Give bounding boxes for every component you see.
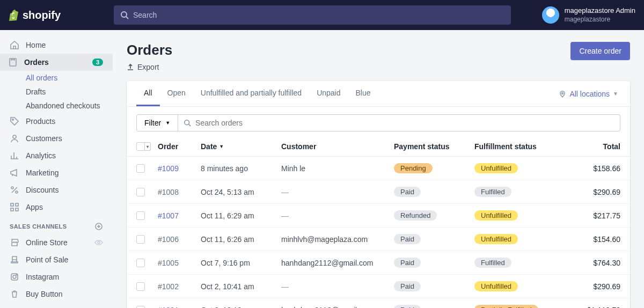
channel-online-store[interactable]: Online Store [0,234,113,251]
user-menu[interactable]: mageplazastore Admin mageplazastore [542,6,635,24]
row-checkbox[interactable] [136,306,145,309]
svg-point-21 [185,120,189,125]
select-all-dropdown[interactable]: ▾ [144,142,151,151]
table-row[interactable]: #1009 8 minutes ago Minh le Pending Unfu… [127,157,630,180]
person-icon [10,134,19,143]
order-link[interactable]: #1009 [158,164,179,173]
global-search-box[interactable] [114,5,511,25]
svg-point-0 [121,12,127,17]
nav-apps[interactable]: Apps [0,199,113,216]
channel-buy-button[interactable]: Buy Button [0,285,113,303]
tab-open[interactable]: Open [160,81,193,106]
table-row[interactable]: #1005 Oct 7, 9:16 pm hanhdang2112@gmail.… [127,251,630,275]
tab-unfulfilled[interactable]: Unfulfilled and partially fulfilled [193,81,309,106]
sidebar: Home Orders 3 All orders Drafts Abandone… [0,30,113,308]
table-header: ▾ Order Date▼ Customer Payment status Fu… [127,137,630,157]
instagram-icon [10,272,19,282]
page-title: Orders [127,42,172,58]
channel-pos[interactable]: Point of Sale [0,251,113,268]
nav-orders[interactable]: Orders 3 [0,54,113,71]
cell-customer: — [281,211,394,220]
nav-products[interactable]: Products [0,113,113,130]
filter-button[interactable]: Filter ▼ [136,114,178,131]
cell-order: #1008 [158,188,201,196]
nav-analytics[interactable]: Analytics [0,147,113,164]
nav-marketing[interactable]: Marketing [0,164,113,181]
location-pin-icon [559,90,566,98]
row-checkbox[interactable] [136,164,145,173]
col-date[interactable]: Date▼ [201,142,281,151]
tabs: All Open Unfulfilled and partially fulfi… [127,81,630,107]
channel-label: Online Store [26,238,68,247]
location-filter[interactable]: All locations ▼ [557,82,620,106]
col-order[interactable]: Order [158,142,201,151]
cell-fulfillment: Unfulfilled [474,163,576,173]
order-link[interactable]: #1007 [158,211,179,220]
nav-home[interactable]: Home [0,36,113,54]
tab-all[interactable]: All [136,81,160,106]
select-all-checkbox[interactable] [136,142,145,151]
pos-icon [10,255,19,265]
global-search [114,5,511,25]
table-row[interactable]: #1006 Oct 11, 6:26 am minhlvh@mageplaza.… [127,228,630,251]
cell-total: $154.60 [576,235,620,244]
row-checkbox[interactable] [136,235,145,244]
global-search-input[interactable] [133,11,504,19]
subnav-abandoned[interactable]: Abandoned checkouts [26,99,113,113]
subnav-drafts[interactable]: Drafts [26,85,113,99]
fulfillment-badge: Unfulfilled [474,210,518,221]
cell-fulfillment: Unfulfilled [474,234,576,244]
cell-total: $290.69 [576,188,620,196]
col-total[interactable]: Total [576,142,620,151]
orders-subnav: All orders Drafts Abandoned checkouts [0,71,113,113]
cell-customer: hanhdang2112@gmail.com [281,306,394,309]
row-checkbox[interactable] [136,211,145,220]
col-payment[interactable]: Payment status [394,142,474,151]
cell-payment: Paid [394,281,474,291]
cell-date: Oct 24, 5:13 am [201,188,281,196]
main: Orders Export Create order All Open Unfu… [113,30,644,308]
channel-label: Point of Sale [26,255,68,264]
percent-icon [10,185,19,195]
row-checkbox[interactable] [136,188,145,196]
create-order-button[interactable]: Create order [570,42,630,60]
user-store: mageplazastore [565,16,635,24]
user-text: mageplazastore Admin mageplazastore [565,6,635,24]
channel-instagram[interactable]: Instagram [0,268,113,285]
filter-row: Filter ▼ [127,107,630,137]
row-checkbox[interactable] [136,259,145,267]
fulfillment-badge: Unfulfilled [474,281,518,291]
home-icon [10,40,19,50]
nav-customers[interactable]: Customers [0,130,113,147]
chart-icon [10,151,19,160]
order-link[interactable]: #1001 [158,306,179,309]
add-channel-icon[interactable] [94,222,103,231]
search-orders[interactable] [178,114,620,131]
cell-order: #1001 [158,306,201,309]
cell-date: Oct 11, 6:26 am [201,235,281,244]
svg-point-15 [98,241,100,244]
col-customer[interactable]: Customer [281,142,394,151]
tab-blue[interactable]: Blue [348,81,378,106]
orders-table: ▾ Order Date▼ Customer Payment status Fu… [127,137,630,308]
table-row[interactable]: #1001 Oct 2, 10:12 am hanhdang2112@gmail… [127,298,630,308]
tab-unpaid[interactable]: Unpaid [309,81,348,106]
table-row[interactable]: #1002 Oct 2, 10:41 am — Paid Unfulfilled… [127,275,630,298]
cell-order: #1009 [158,164,201,173]
eye-icon[interactable] [94,238,103,247]
subnav-all-orders[interactable]: All orders [26,71,113,85]
nav-settings[interactable]: Settings [0,303,113,308]
export-button[interactable]: Export [127,63,172,71]
search-orders-input[interactable] [195,115,614,131]
brand-logo[interactable]: shopify [9,9,105,21]
fulfillment-badge: Partially Fulfilled [474,305,538,308]
row-checkbox[interactable] [136,282,145,291]
table-row[interactable]: #1007 Oct 11, 6:29 am — Refunded Unfulfi… [127,204,630,228]
cell-payment: Refunded [394,210,474,221]
cell-date: 8 minutes ago [201,164,281,173]
nav-discounts[interactable]: Discounts [0,181,113,199]
cell-date: Oct 11, 6:29 am [201,211,281,220]
svg-line-22 [189,124,191,127]
table-row[interactable]: #1008 Oct 24, 5:13 am — Paid Fulfilled $… [127,180,630,204]
col-fulfillment[interactable]: Fulfillment status [474,142,576,151]
